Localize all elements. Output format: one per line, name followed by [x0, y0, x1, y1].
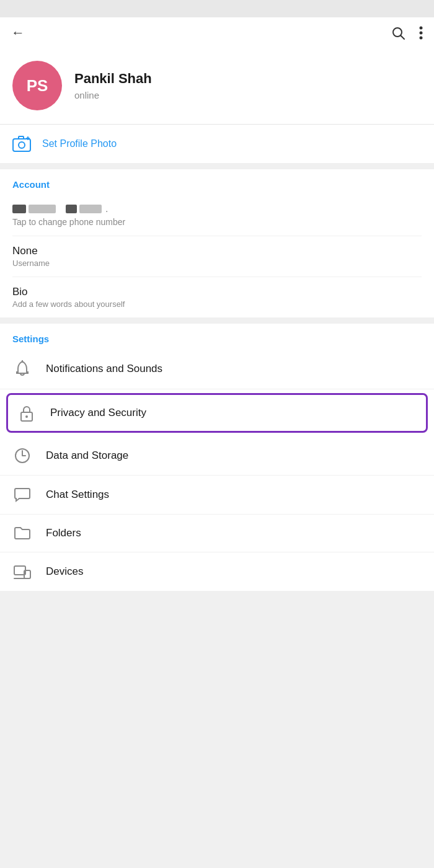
- set-photo-label: Set Profile Photo: [42, 138, 117, 149]
- phone-blur: .: [12, 203, 422, 215]
- settings-section: Settings Notifications and Sounds Privac…: [0, 324, 434, 591]
- top-bar: ←: [0, 17, 434, 48]
- username-value: None: [12, 245, 422, 257]
- account-section: Account . Tap to change phone number Non…: [0, 169, 434, 317]
- bio-value: Bio: [12, 286, 422, 298]
- svg-point-6: [19, 142, 25, 148]
- profile-info: Pankil Shah online: [74, 71, 152, 100]
- devices-label: Devices: [46, 565, 83, 578]
- svg-point-2: [420, 27, 423, 30]
- folders-label: Folders: [46, 527, 81, 539]
- username-label: Username: [12, 259, 422, 268]
- svg-rect-7: [19, 136, 24, 139]
- blur-block-2: [29, 205, 56, 213]
- phone-number-row[interactable]: . Tap to change phone number: [12, 195, 422, 236]
- account-section-header: Account: [0, 169, 434, 195]
- privacy-label: Privacy and Security: [50, 407, 146, 419]
- svg-line-1: [401, 36, 405, 40]
- set-profile-photo-row[interactable]: Set Profile Photo: [0, 125, 434, 163]
- blur-block-3: [66, 205, 77, 213]
- section-divider-2: [0, 317, 434, 324]
- settings-item-folders[interactable]: Folders: [0, 515, 434, 552]
- settings-item-notifications[interactable]: Notifications and Sounds: [0, 349, 434, 389]
- back-button[interactable]: ←: [11, 25, 25, 41]
- status-bar: [0, 0, 434, 17]
- search-button[interactable]: [391, 25, 405, 40]
- svg-rect-5: [13, 139, 30, 151]
- profile-section: PS Pankil Shah online: [0, 48, 434, 124]
- profile-name: Pankil Shah: [74, 71, 152, 87]
- svg-point-4: [420, 37, 423, 40]
- phone-tap-hint: Tap to change phone number: [12, 217, 422, 227]
- bell-icon: [12, 360, 32, 378]
- chat-label: Chat Settings: [46, 489, 109, 501]
- settings-item-privacy[interactable]: Privacy and Security: [6, 393, 428, 433]
- data-label: Data and Storage: [46, 450, 128, 462]
- bio-row[interactable]: Bio Add a few words about yourself: [12, 277, 422, 317]
- devices-icon: [12, 564, 32, 580]
- data-icon: [12, 448, 32, 464]
- profile-status: online: [74, 90, 152, 100]
- svg-point-3: [420, 32, 423, 35]
- lock-icon: [17, 404, 37, 422]
- blur-block-4: [79, 205, 102, 213]
- avatar: PS: [12, 61, 62, 110]
- more-options-button[interactable]: [419, 25, 423, 40]
- bio-label: Add a few words about yourself: [12, 299, 422, 309]
- settings-item-chat[interactable]: Chat Settings: [0, 476, 434, 515]
- blur-block-1: [12, 205, 26, 213]
- folder-icon: [12, 526, 32, 541]
- svg-point-12: [25, 415, 28, 418]
- settings-item-data[interactable]: Data and Storage: [0, 436, 434, 476]
- notifications-label: Notifications and Sounds: [46, 363, 162, 375]
- section-divider-1: [0, 163, 434, 169]
- settings-section-header: Settings: [0, 324, 434, 349]
- camera-icon: [12, 136, 31, 152]
- settings-item-devices[interactable]: Devices: [0, 552, 434, 591]
- chat-icon: [12, 487, 32, 503]
- username-row[interactable]: None Username: [12, 236, 422, 277]
